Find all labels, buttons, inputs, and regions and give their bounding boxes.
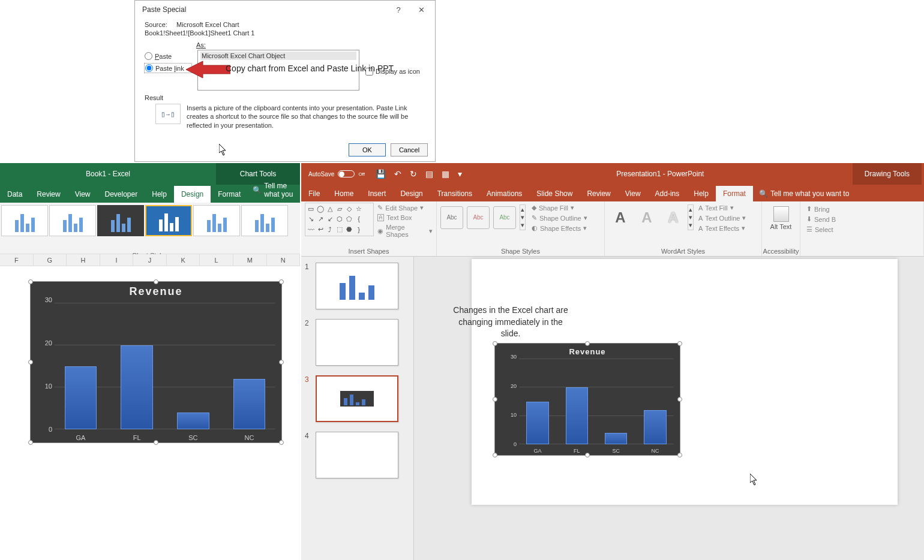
col-header[interactable]: M — [233, 254, 267, 266]
slide-thumb-row[interactable]: 4 — [305, 432, 410, 478]
drawing-tools-tab[interactable]: Drawing Tools — [853, 163, 922, 185]
slide-thumbnail-4[interactable] — [316, 432, 398, 478]
tab-view[interactable]: View — [68, 186, 98, 203]
selection-handle[interactable] — [677, 341, 682, 346]
selection-handle[interactable] — [154, 440, 158, 445]
display-as-icon-checkbox[interactable]: Display as icon — [365, 50, 425, 91]
selection-handle[interactable] — [677, 453, 682, 457]
col-header[interactable]: F — [0, 254, 34, 266]
slide-thumbnails-panel[interactable]: 1 2 3 4 — [301, 257, 414, 560]
help-button[interactable]: ? — [387, 5, 410, 14]
tab-file[interactable]: File — [301, 186, 327, 201]
qat-dropdown-icon[interactable]: ▾ — [458, 169, 462, 179]
tab-review[interactable]: Review — [29, 186, 67, 203]
selection-handle[interactable] — [279, 279, 284, 284]
merge-shapes-menu[interactable]: ◉Merge Shapes ▾ — [377, 224, 433, 238]
slide-canvas[interactable]: Changes in the Excel chart are changing … — [472, 259, 898, 505]
tab-help[interactable]: Help — [686, 186, 716, 201]
tab-design[interactable]: Design — [174, 186, 211, 203]
shapes-gallery[interactable]: ▭◯△▱◇☆ ↘↗↙⬡⬠{ 〰↩⤴⬚⬣} — [305, 203, 374, 236]
wordart-gallery-scroll[interactable]: ▴▾▾ — [688, 204, 694, 230]
as-listbox[interactable]: Microsoft Excel Chart Object — [197, 50, 359, 91]
undo-icon[interactable]: ↶ — [394, 169, 401, 179]
revenue-chart-excel[interactable]: Revenue0102030GAFLSCNC — [30, 281, 282, 443]
selection-pane-menu[interactable]: ☰Select — [806, 225, 920, 233]
tab-transitions[interactable]: Transitions — [430, 186, 479, 201]
selection-handle[interactable] — [279, 360, 284, 365]
style-gallery-scroll[interactable]: ▴▾▾ — [520, 204, 526, 230]
paste-link-radio[interactable]: Paste link — [145, 64, 191, 73]
send-backward-menu[interactable]: ⬇Send B — [806, 215, 920, 223]
col-header[interactable]: H — [67, 254, 100, 266]
slide-thumbnail-3[interactable] — [316, 375, 398, 422]
slide-thumb-row[interactable]: 1 — [305, 263, 410, 309]
shape-effects-menu[interactable]: ◐Shape Effects ▾ — [532, 224, 587, 232]
bring-forward-menu[interactable]: ⬆Bring — [806, 205, 920, 213]
paste-link-radio-input[interactable] — [145, 64, 153, 72]
shape-style-preset[interactable]: Abc — [493, 206, 516, 229]
selection-handle[interactable] — [493, 453, 497, 457]
tab-animations[interactable]: Animations — [479, 186, 529, 201]
chart-style-thumb[interactable] — [49, 205, 96, 236]
edit-shape-menu[interactable]: ✎Edit Shape ▾ — [377, 204, 433, 212]
slide-thumbnail-1[interactable] — [316, 263, 398, 309]
text-box-button[interactable]: 🄰Text Box — [377, 214, 433, 221]
start-from-beginning-icon[interactable]: ▤ — [425, 169, 433, 179]
tab-format[interactable]: Format — [211, 186, 248, 203]
col-header[interactable]: N — [267, 254, 301, 266]
excel-grid[interactable]: F G H I J K L M N Revenue0102030GAFLSCNC — [0, 254, 300, 522]
revenue-chart-ppt[interactable]: Revenue0102030GAFLSCNC — [494, 343, 680, 456]
selection-handle[interactable] — [585, 453, 590, 457]
col-header[interactable]: G — [34, 254, 67, 266]
chart-styles-gallery[interactable] — [0, 203, 300, 249]
text-fill-menu[interactable]: AText Fill ▾ — [698, 204, 746, 212]
selection-handle[interactable] — [154, 279, 158, 284]
as-list-item[interactable]: Microsoft Excel Chart Object — [200, 52, 356, 60]
col-header[interactable]: L — [200, 254, 233, 266]
touch-mode-icon[interactable]: ▦ — [442, 169, 449, 179]
shape-fill-menu[interactable]: ◆Shape Fill ▾ — [532, 204, 587, 212]
autosave-toggle[interactable]: AutoSave Off — [304, 170, 370, 177]
display-as-icon-input[interactable] — [365, 68, 373, 76]
paste-radio-input[interactable] — [145, 52, 152, 60]
selection-handle[interactable] — [493, 341, 497, 346]
text-outline-menu[interactable]: AText Outline ▾ — [698, 214, 746, 222]
tab-data[interactable]: Data — [0, 186, 29, 203]
selection-handle[interactable] — [493, 397, 497, 402]
wordart-preset[interactable]: A — [608, 206, 632, 230]
shape-style-preset[interactable]: Abc — [440, 206, 463, 229]
cancel-button[interactable]: Cancel — [391, 143, 428, 156]
close-button[interactable]: ✕ — [410, 5, 433, 14]
tab-insert[interactable]: Insert — [361, 186, 393, 201]
paste-radio[interactable]: Paste — [145, 52, 191, 60]
redo-icon[interactable]: ↻ — [410, 169, 417, 179]
excel-tell-me[interactable]: 🔍Tell me what you — [248, 177, 300, 203]
slide-thumb-row[interactable]: 2 — [305, 319, 410, 366]
chart-style-thumb[interactable] — [97, 205, 144, 236]
chart-style-thumb[interactable] — [193, 205, 240, 236]
selection-handle[interactable] — [585, 341, 590, 346]
col-header[interactable]: K — [167, 254, 200, 266]
text-effects-menu[interactable]: AText Effects ▾ — [698, 224, 746, 232]
selection-handle[interactable] — [677, 397, 682, 402]
save-icon[interactable]: 💾 — [376, 169, 386, 179]
slide-editor[interactable]: Changes in the Excel chart are changing … — [414, 257, 924, 560]
chart-style-thumb[interactable] — [1, 205, 48, 236]
tab-view[interactable]: View — [618, 186, 648, 201]
alt-text-button[interactable]: Alt Text — [766, 203, 796, 230]
selection-handle[interactable] — [28, 279, 33, 284]
col-header[interactable]: I — [100, 254, 134, 266]
tab-format[interactable]: Format — [716, 186, 753, 201]
tab-addins[interactable]: Add-ins — [648, 186, 687, 201]
ok-button[interactable]: OK — [349, 143, 386, 156]
tab-review[interactable]: Review — [580, 186, 617, 201]
shape-style-preset[interactable]: Abc — [467, 206, 490, 229]
slide-thumb-row-selected[interactable]: 3 — [305, 375, 410, 422]
chart-style-thumb-selected[interactable] — [145, 205, 192, 236]
wordart-preset[interactable]: A — [661, 206, 685, 230]
tab-home[interactable]: Home — [327, 186, 361, 201]
ppt-tell-me[interactable]: 🔍Tell me what you want to — [753, 186, 855, 201]
selection-handle[interactable] — [279, 440, 284, 445]
slide-thumbnail-2[interactable] — [316, 319, 398, 366]
tab-slideshow[interactable]: Slide Show — [529, 186, 580, 201]
